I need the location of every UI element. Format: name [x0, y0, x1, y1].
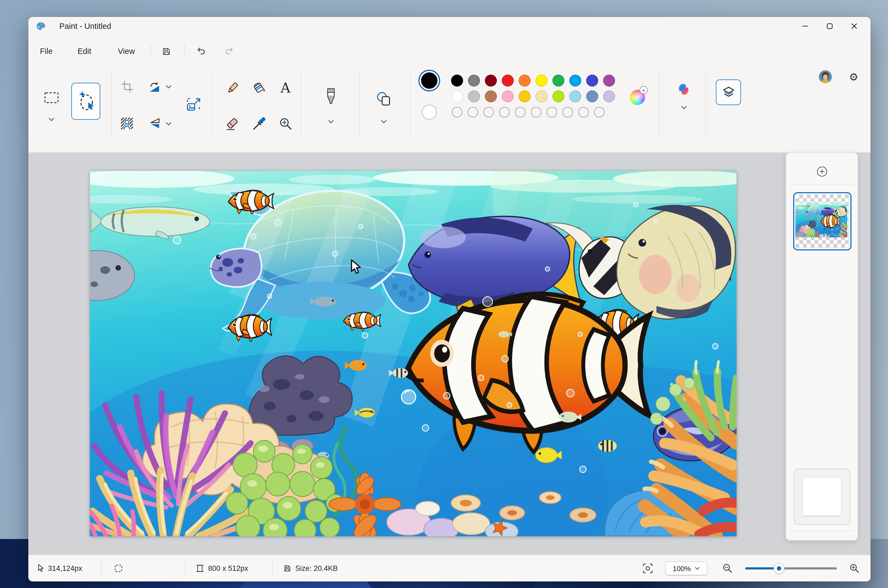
zoom-out-button[interactable]	[723, 563, 733, 574]
color-swatch[interactable]	[518, 90, 530, 102]
color-swatch[interactable]	[502, 90, 514, 102]
custom-color-slot[interactable]	[562, 107, 573, 118]
color-swatch[interactable]	[518, 75, 530, 87]
background-layer-thumbnail[interactable]	[794, 469, 850, 525]
rectangle-select-button[interactable]	[40, 87, 62, 108]
rectangle-select-icon	[44, 92, 59, 103]
add-color-badge[interactable]: +	[640, 87, 647, 94]
palette-row-custom	[452, 107, 605, 118]
color-swatch[interactable]	[468, 90, 480, 102]
color-swatch[interactable]	[451, 90, 463, 102]
redo-button[interactable]	[220, 43, 239, 59]
color-swatch[interactable]	[586, 90, 598, 102]
drawing-canvas[interactable]	[90, 171, 736, 536]
minimize-icon	[802, 22, 808, 29]
menu-file[interactable]: File	[33, 44, 59, 59]
color-swatch[interactable]	[603, 75, 615, 87]
undo-button[interactable]	[192, 43, 210, 59]
color-swatch[interactable]	[485, 90, 497, 102]
zoom-level-dropdown[interactable]: 100%	[665, 561, 708, 576]
divider	[211, 70, 212, 138]
divider	[150, 45, 151, 58]
fill-bucket-icon	[252, 80, 267, 95]
menubar: File Edit View ⚙	[29, 42, 871, 60]
copilot-button[interactable]	[673, 78, 694, 100]
redo-icon	[224, 46, 234, 56]
color-swatch[interactable]	[535, 75, 547, 87]
menu-view[interactable]: View	[111, 44, 141, 59]
selection-size-icon	[114, 564, 123, 573]
cursor-position-status: 314,124px	[37, 564, 82, 573]
custom-color-slot[interactable]	[547, 107, 557, 118]
color-swatch[interactable]	[502, 75, 514, 87]
divider	[301, 70, 301, 138]
color-swatch[interactable]	[485, 75, 497, 87]
brushes-button[interactable]	[319, 84, 343, 112]
magnifier-plus-icon	[279, 117, 292, 130]
magnifier-tool[interactable]	[275, 113, 296, 135]
custom-color-slot[interactable]	[483, 107, 494, 118]
rotate-dropdown[interactable]	[164, 82, 173, 92]
color-swatch[interactable]	[451, 75, 463, 87]
layers-button[interactable]	[716, 80, 741, 105]
zoom-level-value: 100%	[673, 564, 691, 573]
chevron-down-icon	[681, 105, 687, 109]
color-swatch[interactable]	[569, 90, 581, 102]
divider	[659, 70, 660, 138]
pencil-tool[interactable]	[221, 77, 243, 99]
color-swatch[interactable]	[535, 90, 547, 102]
minimize-button[interactable]	[793, 17, 817, 35]
shapes-icon	[376, 91, 391, 106]
divider	[410, 70, 410, 138]
undo-icon	[196, 46, 206, 56]
custom-color-slot[interactable]	[452, 107, 463, 118]
resize-image-button[interactable]	[182, 93, 205, 117]
smart-select-button[interactable]	[71, 83, 100, 120]
add-layer-button[interactable]	[813, 163, 831, 180]
color-swatch[interactable]	[552, 90, 564, 102]
selection-dropdown[interactable]	[45, 115, 58, 124]
color-swatch[interactable]	[603, 90, 615, 102]
crop-button[interactable]	[117, 76, 137, 97]
maximize-button[interactable]	[817, 17, 842, 35]
layer-1-thumbnail[interactable]	[793, 192, 852, 250]
shapes-button[interactable]	[371, 87, 395, 111]
color1-swatch[interactable]	[421, 72, 437, 89]
desktop: Paint - Untitled File Edit View	[0, 0, 888, 588]
menu-edit[interactable]: Edit	[71, 44, 98, 59]
titlebar: Paint - Untitled	[29, 17, 871, 41]
shapes-dropdown[interactable]	[377, 117, 390, 126]
flip-button[interactable]	[144, 113, 165, 134]
color-swatch[interactable]	[586, 75, 598, 87]
eyedropper-icon	[252, 117, 266, 130]
rotate-button[interactable]	[144, 76, 165, 97]
flip-dropdown[interactable]	[164, 119, 173, 129]
remove-background-button[interactable]	[117, 113, 137, 134]
text-tool[interactable]: A	[275, 77, 296, 99]
eraser-icon	[225, 117, 239, 130]
canvas-size-icon	[195, 564, 204, 573]
zoom-slider-handle[interactable]	[774, 564, 784, 573]
color-swatch[interactable]	[468, 75, 480, 87]
custom-color-slot[interactable]	[515, 107, 526, 118]
save-button[interactable]	[157, 43, 176, 59]
file-size-icon	[283, 564, 291, 573]
divider	[101, 562, 101, 575]
color2-swatch[interactable]	[422, 105, 437, 120]
zoom-slider[interactable]	[745, 564, 837, 573]
zoom-in-button[interactable]	[849, 563, 859, 574]
close-button[interactable]	[842, 17, 866, 35]
fill-tool[interactable]	[248, 77, 270, 99]
copilot-dropdown[interactable]	[677, 103, 690, 112]
eraser-tool[interactable]	[221, 113, 243, 135]
color-swatch[interactable]	[552, 75, 564, 87]
color-picker-tool[interactable]	[248, 113, 270, 135]
color-swatch[interactable]	[569, 75, 581, 87]
fit-to-screen-button[interactable]	[642, 563, 653, 574]
custom-color-slot[interactable]	[594, 107, 605, 118]
brushes-dropdown[interactable]	[324, 117, 337, 126]
custom-color-slot[interactable]	[578, 107, 589, 118]
custom-color-slot[interactable]	[467, 107, 478, 118]
custom-color-slot[interactable]	[499, 107, 510, 118]
custom-color-slot[interactable]	[530, 107, 541, 118]
